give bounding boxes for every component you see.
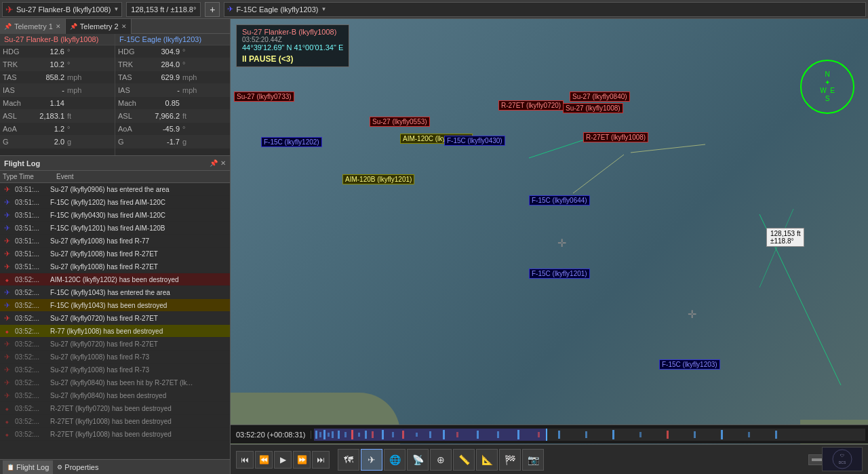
tool-ruler-button[interactable]: 📐: [476, 449, 498, 471]
telem-row: TRK10.2°: [0, 58, 115, 71]
log-entry[interactable]: ✈ 03:51:... F-15C (lkyfly0430) has fired…: [0, 209, 230, 222]
map-aircraft-label[interactable]: R-27ET (lkyfly1008): [583, 132, 648, 142]
tool-measure-button[interactable]: 📏: [453, 449, 475, 471]
map-aircraft-label[interactable]: F-15C (lkyfly1203): [659, 359, 720, 370]
svg-rect-13: [351, 430, 353, 439]
entry-icon: ✈: [0, 378, 14, 387]
map-aircraft-label[interactable]: AIM-120B (lkyfly1201): [342, 174, 414, 184]
map-aircraft-label[interactable]: R-27ET (lkyfly0720): [498, 100, 564, 111]
play-button[interactable]: ▶: [274, 451, 292, 469]
svg-rect-21: [429, 431, 431, 438]
entry-event: R-27ET (lkyfly1008) has been destroyed: [49, 431, 230, 438]
log-entry[interactable]: ✈ 03:51:... Su-27 (lkyfly1008) has fired…: [0, 248, 230, 260]
tab2-close-icon[interactable]: ✕: [121, 23, 127, 30]
telem-label: TRK: [3, 60, 27, 68]
log-entry[interactable]: ✈ 03:52:... Su-27 (lkyfly0840) has been …: [0, 389, 230, 402]
log-entry[interactable]: ⬥ 03:52:... R-77 (lkyfly1008) has been d…: [0, 325, 230, 338]
telem-label: G: [118, 138, 142, 146]
entry-time: 03:52:...: [14, 405, 49, 412]
entry-event: Su-27 (lkyfly0906) has entered the area: [49, 186, 230, 193]
telem-unit: °: [180, 60, 199, 68]
flight-log-pin-icon[interactable]: 📌: [210, 159, 218, 167]
log-entry[interactable]: ⬥ 03:52:... AIM-120C (lkyfly1202) has be…: [0, 273, 230, 286]
flight-log-close-icon[interactable]: ✕: [220, 159, 226, 167]
entry-event: Su-27 (lkyfly1008) has fired R-73: [49, 353, 230, 361]
timeline-bar[interactable]: 03:52:20 (+00:08:31): [231, 424, 868, 443]
pause-button[interactable]: II PAUSE (<3): [242, 54, 343, 64]
entry-time: 03:52:...: [14, 392, 49, 399]
telem-value: 0.85: [142, 99, 180, 107]
telem-unit: mph: [64, 86, 83, 94]
tool-camera-button[interactable]: 📷: [522, 449, 544, 471]
log-entry[interactable]: ✈ 03:51:... Su-27 (lkyfly1008) has fired…: [0, 235, 230, 248]
svg-text:🛡: 🛡: [840, 454, 844, 458]
timeline-track[interactable]: [314, 429, 865, 441]
tool-radar-button[interactable]: 📡: [407, 449, 429, 471]
tool-plane-button[interactable]: ✈: [361, 449, 382, 471]
log-entry[interactable]: ✈ 03:52:... F-15C (lkyfly1043) has enter…: [0, 286, 230, 299]
tab-telemetry1[interactable]: 📌 Telemetry 1 ✕: [0, 19, 66, 34]
log-entry[interactable]: ✈ 03:51:... Su-27 (lkyfly0906) has enter…: [0, 183, 230, 196]
tool-crosshair-button[interactable]: ⊕: [430, 449, 452, 471]
log-entry[interactable]: ✈ 03:52:... Su-27 (lkyfly0840) has been …: [0, 376, 230, 389]
aircraft2-selector[interactable]: ✈ F-15C Eagle (lkyfly1203) ▼: [224, 2, 866, 17]
add-aircraft-button[interactable]: +: [205, 2, 220, 17]
log-entry[interactable]: ✈ 03:52:... Su-27 (lkyfly0720) has fired…: [0, 338, 230, 351]
map-aircraft-label[interactable]: F-15C (lkyfly0430): [444, 136, 505, 146]
log-entry[interactable]: ✈ 03:51:... F-15C (lkyfly1202) has fired…: [0, 196, 230, 209]
telem-row: IAS-mph: [0, 84, 115, 97]
log-entry[interactable]: ✈ 03:52:... Su-27 (lkyfly1008) has fired…: [0, 351, 230, 363]
fast-forward-button[interactable]: ⏩: [293, 451, 311, 469]
aircraft1-selector[interactable]: ✈ Su-27 Flanker-B (lkyfly1008) ▼: [2, 2, 122, 17]
log-entry[interactable]: ✈ 03:51:... Su-27 (lkyfly1008) has fired…: [0, 260, 230, 273]
main-content: 📌 Telemetry 1 ✕ 📌 Telemetry 2 ✕ Su-27 Fl…: [0, 19, 868, 474]
tool-globe-button[interactable]: 🌐: [384, 449, 406, 471]
tab1-label: Telemetry 1: [14, 22, 53, 31]
log-entry[interactable]: ✈ 03:51:... F-15C (lkyfly1201) has fired…: [0, 222, 230, 235]
log-entry[interactable]: ✈ 03:52:... F-15C (lkyfly1043) has been …: [0, 299, 230, 312]
telem-row: ASL2,183.1ft: [0, 110, 115, 123]
map-area[interactable]: ✛ ✛ ✛ Su-27 Flanker-B (lkyfly1008) 03:52…: [231, 19, 868, 474]
map-aircraft-label[interactable]: F-15C (lkyfly0644): [529, 195, 590, 205]
log-entry[interactable]: ⬥ 03:52:... R-27ET (lkyfly0720) has been…: [0, 402, 230, 415]
entry-time: 03:51:...: [14, 237, 49, 245]
bottom-tab-properties[interactable]: ⚙ Properties: [53, 460, 102, 474]
skip-to-end-button[interactable]: ⏭: [312, 451, 330, 469]
telem-value: -: [27, 86, 64, 94]
map-aircraft-label[interactable]: Su-27 (lkyfly0733): [234, 92, 294, 102]
telem-label: ASL: [3, 112, 27, 120]
log-entry[interactable]: ⬥ 03:52:... R-27ET (lkyfly1008) has been…: [0, 415, 230, 428]
telem-row: G-1.7g: [115, 136, 230, 149]
map-aircraft-label[interactable]: Su-27 (lkyfly0840): [570, 92, 630, 102]
telem-row: TRK284.0°: [115, 58, 230, 71]
telem-unit: °: [64, 60, 83, 68]
tool-waypoint-button[interactable]: 🏁: [499, 449, 521, 471]
map-aircraft-label[interactable]: F-15C (lkyfly1202): [261, 137, 322, 147]
tool-map-button[interactable]: 🗺: [338, 449, 359, 471]
telem-unit: °: [180, 47, 199, 56]
entry-icon: ✈: [0, 340, 14, 349]
log-entry[interactable]: ✈ 03:52:... Su-27 (lkyfly0720) has fired…: [0, 312, 230, 325]
svg-rect-9: [328, 433, 330, 437]
entry-icon: ⬥: [0, 430, 14, 438]
map-aircraft-label[interactable]: Su-27 (lkyfly0553): [370, 117, 430, 127]
telem-label: AoA: [3, 125, 27, 133]
bottom-tab-flightlog[interactable]: 📋 Flight Log: [3, 460, 53, 474]
flight-log-entries[interactable]: ✈ 03:51:... Su-27 (lkyfly0906) has enter…: [0, 183, 230, 459]
tab-telemetry2[interactable]: 📌 Telemetry 2 ✕: [66, 19, 132, 34]
tab1-close-icon[interactable]: ✕: [56, 23, 61, 30]
svg-rect-32: [667, 431, 669, 439]
entry-time: 03:52:...: [14, 328, 49, 335]
log-entry[interactable]: ✈ 03:52:... Su-27 (lkyfly1008) has fired…: [0, 363, 230, 376]
skip-to-start-button[interactable]: ⏮: [236, 451, 254, 469]
rewind-button[interactable]: ⏪: [255, 451, 273, 469]
entry-time: 03:52:...: [14, 302, 49, 309]
map-aircraft-label[interactable]: Su-27 (lkyfly1008): [563, 103, 623, 113]
flight-log-columns: Type Time Event: [0, 171, 230, 183]
svg-rect-22: [443, 430, 445, 439]
telem-label: TRK: [118, 60, 142, 68]
properties-tab-label: Properties: [64, 463, 98, 471]
entry-event: F-15C (lkyfly1201) has fired AIM-120B: [49, 224, 230, 232]
map-aircraft-label[interactable]: F-15C (lkyfly1201): [529, 269, 590, 279]
log-entry[interactable]: ⬥ 03:52:... R-27ET (lkyfly1008) has been…: [0, 428, 230, 441]
